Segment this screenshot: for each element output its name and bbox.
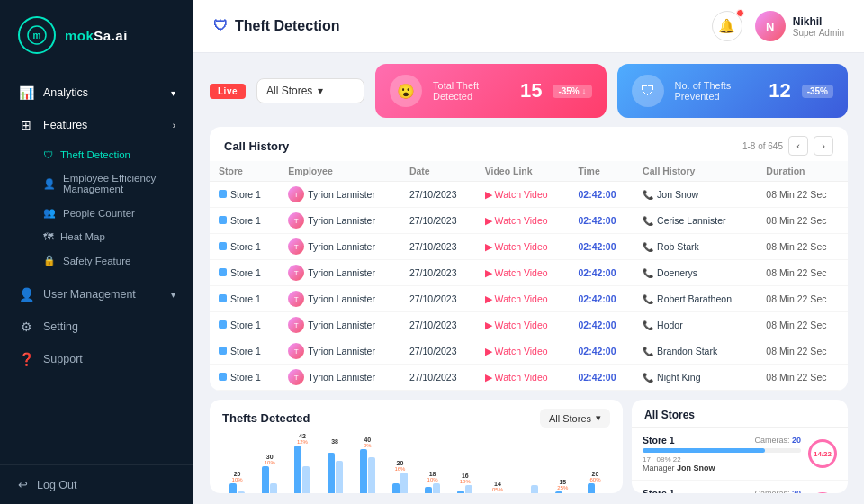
thefts-prevented-card: 🛡 No. of Thefts Prevented 12 -35% xyxy=(617,64,849,118)
video-cell[interactable]: ▶ Watch Video xyxy=(476,286,570,312)
logo-text: mokSa.ai xyxy=(65,28,128,43)
bar-sub xyxy=(433,483,440,493)
duration-cell: 08 Min 22 Sec xyxy=(757,208,848,234)
store-select-dropdown[interactable]: All Stores ▾ xyxy=(256,78,364,104)
chart-month-group: 42 12% Mar xyxy=(287,433,317,493)
svg-text:m: m xyxy=(33,31,41,40)
case-resolved-badge: 14/22 xyxy=(808,492,837,493)
notification-badge xyxy=(736,9,744,17)
sidebar-item-safety-feature[interactable]: 🔒 Safety Feature xyxy=(43,248,194,273)
store-cell: Store 1 xyxy=(210,260,279,286)
sub-nav-label: Employee Efficiency Management xyxy=(63,173,183,194)
chart-month-group: 18 10% Jul xyxy=(418,471,447,493)
video-cell[interactable]: ▶ Watch Video xyxy=(476,208,570,234)
video-cell[interactable]: ▶ Watch Video xyxy=(476,182,570,208)
prevented-stat-icon: 🛡 xyxy=(632,75,664,107)
chart-filter-dropdown[interactable]: All Stores ▾ xyxy=(540,409,610,428)
bar-main xyxy=(360,449,367,493)
video-cell[interactable]: ▶ Watch Video xyxy=(476,338,570,364)
prev-page-button[interactable]: ‹ xyxy=(788,136,808,156)
video-cell[interactable]: ▶ Watch Video xyxy=(476,260,570,286)
heatmap-icon: 🗺 xyxy=(43,231,53,242)
table-row: Store 1 T Tyrion Lannister 27/10/2023 ▶ … xyxy=(210,312,848,338)
sidebar-item-heat-map[interactable]: 🗺 Heat Map xyxy=(43,225,194,248)
store-info: Store 1 Cameras: 20 17 08% 22 Manager Jo… xyxy=(643,435,801,472)
notification-button[interactable]: 🔔 xyxy=(712,11,742,41)
avatar: N xyxy=(755,11,786,41)
sub-nav-label: Heat Map xyxy=(60,231,105,242)
duration-cell: 08 Min 22 Sec xyxy=(757,286,848,312)
sidebar-item-people-counter[interactable]: 👥 People Counter xyxy=(43,201,194,225)
time-cell: 02:42:00 xyxy=(569,260,634,286)
time-cell: 02:42:00 xyxy=(569,312,634,338)
stat2-info: No. of Thefts Prevented xyxy=(675,80,759,102)
stat2-change: -35% xyxy=(802,85,833,98)
pagination-text: 1-8 of 645 xyxy=(742,141,783,151)
page-header: 🛡 Theft Detection 🔔 N Nikhil Super Admin xyxy=(194,0,864,53)
bar-group xyxy=(418,483,447,493)
phone-icon: 📞 xyxy=(643,216,653,226)
support-icon: ❓ xyxy=(18,352,34,366)
bar-group xyxy=(353,449,382,493)
chart-panel: Thefts Detected All Stores ▾ 20 10% Jan … xyxy=(210,400,623,493)
sidebar-item-theft-detection[interactable]: 🛡 Theft Detection xyxy=(43,143,194,166)
sidebar-item-label: Setting xyxy=(43,320,78,333)
col-time: Time xyxy=(569,161,634,182)
sidebar-item-label: Support xyxy=(43,353,83,365)
table-row: Store 1 T Tyrion Lannister 27/10/2023 ▶ … xyxy=(210,182,848,208)
bar-sub xyxy=(531,485,538,493)
bar-main-label: 40 xyxy=(364,436,371,443)
duration-cell: 08 Min 22 Sec xyxy=(757,364,848,391)
video-cell[interactable]: ▶ Watch Video xyxy=(476,234,570,260)
video-cell[interactable]: ▶ Watch Video xyxy=(476,364,570,391)
bar-main-label: 30 xyxy=(266,454,274,460)
employee-cell: T Tyrion Lannister xyxy=(279,312,400,338)
bar-sub-label: 10% xyxy=(265,460,275,465)
bar-main-label: 14 xyxy=(494,481,501,487)
logout-label: Log Out xyxy=(37,479,76,491)
sidebar-item-user-management[interactable]: 👤 User Management ▾ xyxy=(0,278,194,310)
live-badge: Live xyxy=(210,84,246,99)
date-cell: 27/10/2023 xyxy=(400,208,476,234)
time-cell: 02:42:00 xyxy=(569,234,634,260)
store-cell: Store 1 xyxy=(210,208,279,234)
bar-sub xyxy=(336,461,343,493)
bar-sub xyxy=(238,491,245,493)
total-theft-card: 😮 Total Theft Detected 15 -35% ↓ xyxy=(375,64,607,118)
call-cell: 📞Robert Baratheon xyxy=(634,286,757,312)
sidebar-item-support[interactable]: ❓ Support xyxy=(0,343,194,375)
sidebar-item-label: Features xyxy=(43,119,87,131)
video-cell[interactable]: ▶ Watch Video xyxy=(476,312,570,338)
bar-main-label: 15 xyxy=(559,479,566,485)
user-role: Super Admin xyxy=(793,28,844,38)
duration-cell: 08 Min 22 Sec xyxy=(757,338,848,364)
bar-main xyxy=(392,483,400,493)
chevron-right-icon: › xyxy=(173,121,176,130)
store-cell: Store 1 xyxy=(210,312,279,338)
sidebar-item-employee-efficiency[interactable]: 👤 Employee Efficiency Management xyxy=(43,166,194,201)
sub-nav-label: People Counter xyxy=(63,208,135,219)
employee-avatar: T xyxy=(288,265,304,281)
camera-info: Cameras: 20 xyxy=(754,489,801,493)
bar-sub xyxy=(465,485,472,493)
manager-name: Jon Snow xyxy=(677,464,716,472)
sidebar-item-features[interactable]: ⊞ Features › xyxy=(0,109,194,141)
sidebar-item-setting[interactable]: ⚙ Setting xyxy=(0,310,194,343)
chevron-down-icon: ▾ xyxy=(318,85,323,97)
bar-main xyxy=(588,483,595,493)
store-info: Store 1 Cameras: 20 17 08% 22 Manager Jo… xyxy=(643,488,801,493)
employee-avatar: T xyxy=(288,291,304,307)
bar-sub-label: 25% xyxy=(557,485,568,490)
sidebar-item-analytics[interactable]: 📊 Analytics ▾ xyxy=(0,76,194,109)
call-history-card: Call History 1-8 of 645 ‹ › Store Employ… xyxy=(210,127,848,391)
store-name: Store 1 xyxy=(643,488,675,493)
table-row: Store 1 T Tyrion Lannister 27/10/2023 ▶ … xyxy=(210,208,848,234)
logout-button[interactable]: ↩ Log Out xyxy=(0,464,194,504)
sidebar-item-label: Analytics xyxy=(43,86,88,99)
chart-month-group: 14 05% Sep xyxy=(482,481,512,493)
sidebar: m mokSa.ai 📊 Analytics ▾ ⊞ Features › 🛡 … xyxy=(0,0,194,504)
chart-month-group: 30 10% Feb xyxy=(255,454,284,493)
bar-group xyxy=(287,446,317,493)
next-page-button[interactable]: › xyxy=(814,136,833,156)
bar-group xyxy=(255,466,284,493)
